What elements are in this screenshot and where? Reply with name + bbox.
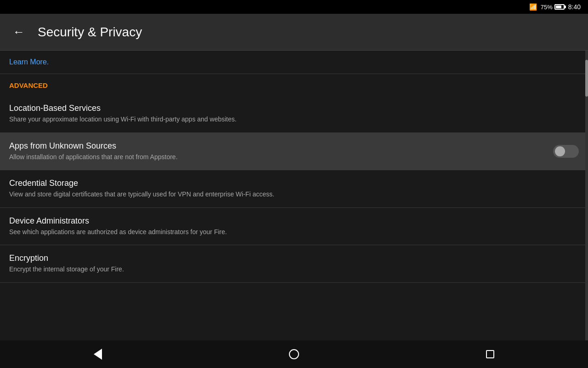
settings-item-text: Apps from Unknown Sources Allow installa…	[9, 141, 544, 162]
nav-back-icon	[94, 349, 102, 360]
back-button[interactable]: ←	[9, 21, 28, 43]
status-bar: 📶 75% 8:40	[0, 0, 588, 14]
back-arrow-icon: ←	[13, 25, 25, 39]
nav-home-button[interactable]	[275, 345, 313, 364]
battery-container: 75%	[541, 4, 565, 11]
battery-fill	[556, 6, 561, 8]
settings-item-encryption[interactable]: Encryption Encrypt the internal storage …	[0, 245, 588, 283]
settings-item-title: Location-Based Services	[9, 104, 579, 113]
settings-item-credential-storage[interactable]: Credential Storage View and store digita…	[0, 170, 588, 208]
header: ← Security & Privacy	[0, 14, 588, 51]
wifi-icon: 📶	[529, 3, 537, 11]
battery-icon	[554, 4, 565, 10]
settings-item-title: Apps from Unknown Sources	[9, 141, 544, 151]
settings-item-title: Encryption	[9, 253, 579, 263]
learn-more-section: Learn More.	[0, 51, 588, 74]
settings-item-location-based-services[interactable]: Location-Based Services Share your appro…	[0, 95, 588, 133]
settings-item-text: Location-Based Services Share your appro…	[9, 104, 579, 124]
nav-back-button[interactable]	[80, 344, 116, 364]
settings-item-desc: Encrypt the internal storage of your Fir…	[9, 265, 579, 274]
nav-home-icon	[289, 349, 299, 359]
settings-item-title: Device Administrators	[9, 216, 579, 226]
settings-item-text: Credential Storage View and store digita…	[9, 178, 579, 199]
settings-item-desc: Allow installation of applications that …	[9, 153, 544, 162]
learn-more-link[interactable]: Learn More.	[9, 58, 49, 66]
nav-recent-icon	[486, 350, 494, 358]
scrollbar-thumb[interactable]	[585, 60, 588, 97]
battery-percent: 75%	[541, 4, 553, 11]
status-time: 8:40	[568, 3, 581, 11]
settings-item-device-administrators[interactable]: Device Administrators See which applicat…	[0, 208, 588, 246]
settings-item-title: Credential Storage	[9, 178, 579, 188]
toggle-apps-unknown-sources[interactable]	[553, 145, 579, 158]
settings-item-text: Device Administrators See which applicat…	[9, 216, 579, 237]
scrollbar[interactable]	[585, 51, 588, 340]
settings-item-desc: See which applications are authorized as…	[9, 228, 579, 237]
advanced-label: Advanced	[9, 81, 48, 89]
settings-item-apps-unknown-sources[interactable]: Apps from Unknown Sources Allow installa…	[0, 133, 588, 171]
bottom-navigation	[0, 340, 588, 368]
settings-item-desc: View and store digital certificates that…	[9, 190, 579, 199]
content-area: Learn More. Advanced Location-Based Serv…	[0, 51, 588, 340]
page-title: Security & Privacy	[38, 25, 142, 40]
settings-item-desc: Share your approximate location using Wi…	[9, 115, 579, 124]
nav-recent-button[interactable]	[472, 345, 508, 363]
settings-item-text: Encryption Encrypt the internal storage …	[9, 253, 579, 274]
toggle-knob	[555, 146, 565, 156]
advanced-section-header: Advanced	[0, 74, 588, 95]
